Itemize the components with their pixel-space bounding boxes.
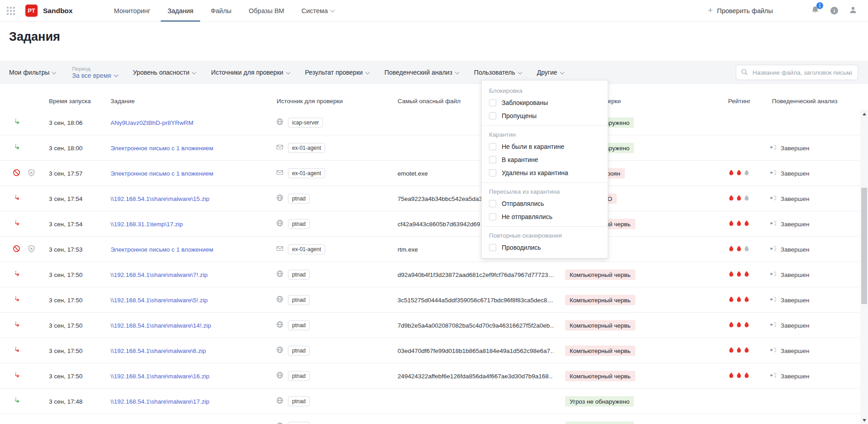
dropdown-option-label: В карантине <box>502 156 538 163</box>
checkbox-unchecked[interactable] <box>489 200 496 207</box>
pt-logo: PT <box>25 5 38 17</box>
task-link[interactable]: Электронное письмо с 1 вложением <box>110 144 213 151</box>
dropdown-option[interactable]: В карантине <box>482 153 608 166</box>
checkbox-unchecked[interactable] <box>489 213 496 220</box>
apps-grid-icon[interactable] <box>6 6 15 15</box>
flame-icon <box>736 270 742 279</box>
dropdown-option[interactable]: Не отправлялись <box>482 210 608 223</box>
table-row[interactable]: 3 сен, 17:54\\192.168.54.1\share\malware… <box>0 186 868 211</box>
dropdown-option[interactable]: Пропущены <box>482 109 608 122</box>
row-status-icons <box>13 270 20 279</box>
task-link[interactable]: \\192.168.31.1\temp\17.zip <box>110 220 183 227</box>
table-row[interactable]: 3 сен, 17:53Электронное письмо с 1 вложе… <box>0 237 868 262</box>
flame-icon <box>728 321 734 329</box>
profile-button[interactable] <box>849 6 857 16</box>
scan-result-badge: Угроз не обнаружено <box>565 396 634 406</box>
task-link[interactable]: \\192.168.54.1\share\malware\15.zip <box>110 195 209 202</box>
scan-result-badge: Компьютерный червь <box>565 295 635 305</box>
task-link[interactable]: ANy9Uavz0ZtBhD-pr8YRwRM <box>110 119 193 126</box>
scroll-down-button[interactable] <box>860 416 868 424</box>
filter-label: Результат проверки <box>305 69 363 76</box>
dropdown-option[interactable]: Заблокированы <box>482 96 608 109</box>
table-row[interactable]: ptnadУгроз не обнаружено <box>0 414 868 424</box>
filter-3[interactable]: Источники для проверки <box>211 69 289 76</box>
task-link[interactable]: \\192.168.54.1\share\malware\14!.zip <box>110 322 211 329</box>
filter-7[interactable]: Другие <box>537 69 564 76</box>
checkbox-unchecked[interactable] <box>489 244 496 251</box>
check-files-button[interactable]: + Проверить файлы <box>708 7 773 14</box>
flame-icon <box>743 346 750 355</box>
flame-icon <box>728 270 734 279</box>
filter-4[interactable]: Результат проверки <box>305 69 369 76</box>
table-row[interactable]: 3 сен, 17:48\\192.168.54.1\share\malware… <box>0 389 868 414</box>
task-link[interactable]: \\192.168.54.1\share\malware\5!.zip <box>110 296 208 303</box>
checkbox-unchecked[interactable] <box>489 99 496 106</box>
checkbox-unchecked[interactable] <box>489 143 496 150</box>
rating-flames <box>728 219 750 228</box>
scan-result-badge: Компьютерный червь <box>565 269 635 280</box>
table-scrollbar[interactable] <box>860 110 868 424</box>
tasks-table: 3 сен, 18:06ANy9Uavz0ZtBhD-pr8YRwRMicap-… <box>0 110 868 424</box>
table-row[interactable]: 3 сен, 17:50\\192.168.54.1\share\malware… <box>0 262 868 287</box>
search-input[interactable] <box>752 69 853 76</box>
row-status-icons <box>13 194 20 203</box>
filter-2[interactable]: Уровень опасности <box>133 69 196 76</box>
table-row[interactable]: 3 сен, 17:50\\192.168.54.1\share\malware… <box>0 287 868 313</box>
task-time: 3 сен, 17:50 <box>49 347 82 354</box>
scan-result-cell: Компьютерный червь <box>565 371 635 381</box>
filter-6[interactable]: Пользователь <box>474 69 522 76</box>
row-status-icons <box>13 245 35 254</box>
table-row[interactable]: 3 сен, 17:50\\192.168.54.1\share\malware… <box>0 338 868 363</box>
source-cell: ptnad <box>276 270 310 280</box>
table-row[interactable]: 3 сен, 17:57Электронное письмо с 1 вложе… <box>0 161 868 186</box>
nav-item-1[interactable]: Мониторинг <box>107 0 157 22</box>
nav-item-3[interactable]: Файлы <box>204 0 238 22</box>
table-row[interactable]: 3 сен, 17:54\\192.168.31.1\temp\17.zippt… <box>0 211 868 237</box>
dropdown-option[interactable]: Проводились <box>482 241 608 254</box>
filter-5[interactable]: Поведенческий анализ <box>384 69 459 76</box>
checkbox-unchecked[interactable] <box>489 112 496 119</box>
scroll-up-button[interactable] <box>860 110 868 118</box>
my-filters-label: Мои фильтры <box>9 69 49 76</box>
forward-red-icon <box>13 372 20 380</box>
info-icon: i <box>830 7 838 14</box>
task-link[interactable]: \\192.168.54.1\share\malware\6.zip <box>110 347 206 354</box>
table-row[interactable]: 3 сен, 18:00Электронное письмо с 1 вложе… <box>0 135 868 161</box>
nav-item-4[interactable]: Образы ВМ <box>242 0 291 22</box>
analysis-icon <box>770 245 777 253</box>
table-row[interactable]: 3 сен, 17:50\\192.168.54.1\share\malware… <box>0 313 868 338</box>
filter-my-filters[interactable]: Мои фильтры <box>9 69 56 76</box>
scan-result-cell: Компьютерный червь <box>565 269 635 280</box>
task-link[interactable]: Электронное письмо с 1 вложением <box>110 246 213 252</box>
task-link[interactable]: \\192.168.54.1\share\malware\16.zip <box>110 372 209 379</box>
dropdown-option[interactable]: Не были в карантине <box>482 140 608 153</box>
analysis-icon <box>770 143 777 152</box>
nav-item-2[interactable]: Задания <box>161 0 200 22</box>
info-button[interactable]: i <box>830 7 838 14</box>
task-link[interactable]: \\192.168.54.1\share\malware\17.zip <box>110 398 209 405</box>
filter-period[interactable]: Период За все время <box>72 66 117 79</box>
behavior-status-label: Завершен <box>781 322 810 329</box>
other-filter-dropdown: БлокировкаЗаблокированыПропущеныКарантин… <box>481 80 608 258</box>
task-time: 3 сен, 17:50 <box>49 372 82 379</box>
checkbox-unchecked[interactable] <box>489 169 496 176</box>
dropdown-option-label: Отправлялись <box>502 200 544 207</box>
table-row[interactable]: 3 сен, 18:06ANy9Uavz0ZtBhD-pr8YRwRMicap-… <box>0 110 868 135</box>
task-link[interactable]: Электронное письмо с 1 вложением <box>110 170 213 176</box>
globe-icon <box>276 346 283 355</box>
rating-flames <box>728 194 750 203</box>
checkbox-unchecked[interactable] <box>489 156 496 163</box>
main-nav: МониторингЗаданияФайлыОбразы ВМСистема <box>105 0 343 22</box>
dropdown-section-title: Пересылка из карантина <box>482 184 608 197</box>
dropdown-option[interactable]: Отправлялись <box>482 197 608 210</box>
behavior-status: Завершен <box>770 219 810 228</box>
behavior-status-label: Завершен <box>781 220 810 227</box>
scrollbar-thumb[interactable] <box>861 188 867 304</box>
shield-x-icon <box>28 169 35 178</box>
nav-item-5[interactable]: Система <box>295 0 341 22</box>
dropdown-option[interactable]: Удалены из карантина <box>482 166 608 179</box>
table-row[interactable]: 3 сен, 17:50\\192.168.54.1\share\malware… <box>0 363 868 389</box>
behavior-status-label: Завершен <box>781 170 810 176</box>
task-link[interactable]: \\192.168.54.1\share\malware\7!.zip <box>110 271 208 278</box>
notifications-button[interactable]: 1 <box>811 5 820 16</box>
